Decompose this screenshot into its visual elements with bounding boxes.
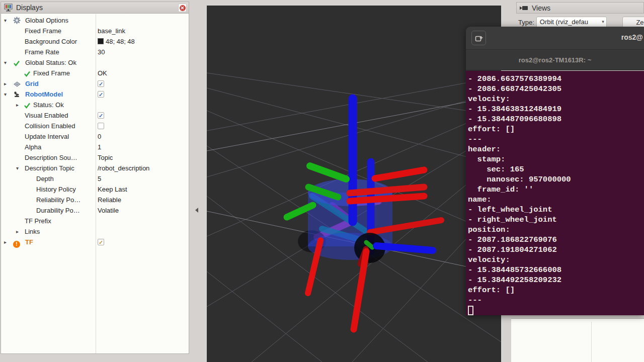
displays-panel: Displays ✕ ▾Global OptionsFixed Framebas… — [1, 2, 189, 354]
tree-row-label: Fixed Frame — [25, 26, 61, 36]
tree-row-label: Depth — [36, 173, 54, 184]
checkbox[interactable]: ✓ — [98, 80, 104, 87]
tree-row-value[interactable]: 0 — [98, 131, 101, 142]
tree-row[interactable]: ▾RobotModel✓ — [1, 89, 189, 100]
tree-row[interactable]: ▾Description Topic/robot_description — [1, 163, 189, 173]
tree-row[interactable]: ▸!TF✓ — [1, 237, 189, 247]
tree-row[interactable]: Durability Po…Volatile — [1, 205, 189, 216]
tree-row-value[interactable]: Keep Last — [98, 184, 127, 195]
tree-row[interactable]: Frame Rate30 — [1, 47, 189, 57]
terminal-line: stamp: — [468, 154, 644, 164]
tree-row-label: History Policy — [36, 184, 76, 195]
terminal-line: - 2086.6687425042305 — [468, 84, 644, 94]
terminal-line: frame_id: '' — [468, 185, 644, 195]
tree-row[interactable]: Collision Enabled — [1, 121, 189, 131]
tree-row-label: Durability Po… — [36, 205, 80, 216]
terminal-titlebar[interactable]: ros2@ — [466, 27, 644, 49]
tree-row-value[interactable]: 1 — [98, 142, 101, 152]
terminal-line: - 2087.191804271062 — [468, 245, 644, 255]
expand-arrow-icon[interactable]: ▸ — [4, 237, 7, 247]
terminal-window[interactable]: ros2@ ros2@ros2-TM1613R: ~ - 2086.663757… — [466, 27, 644, 315]
terminal-tab[interactable]: ros2@ros2-TM1613R: ~ — [466, 49, 644, 70]
view-type-label: Type: — [518, 19, 534, 26]
terminal-line: - 15.384492258209232 — [468, 275, 644, 285]
tree-row[interactable]: Alpha1 — [1, 142, 189, 152]
collapse-arrow-icon[interactable]: ▾ — [16, 163, 19, 173]
collapse-arrow-icon[interactable]: ▾ — [4, 57, 7, 68]
terminal-line: - 15.384487096680898 — [468, 114, 644, 124]
displays-icon — [4, 4, 13, 12]
tree-row[interactable]: History PolicyKeep Last — [1, 184, 189, 195]
tree-row-value[interactable]: OK — [98, 68, 107, 78]
terminal-line: - right_wheel_joint — [468, 215, 644, 225]
tree-row-label: RobotModel — [25, 89, 63, 100]
tree-row[interactable]: Depth5 — [1, 173, 189, 184]
color-swatch — [98, 38, 104, 44]
tree-row[interactable]: Update Interval0 — [1, 131, 189, 142]
tree-row-value[interactable]: 48; 48; 48 — [98, 36, 135, 47]
tree-row[interactable]: Fixed Framebase_link — [1, 26, 189, 36]
tree-row-value[interactable]: Volatile — [98, 205, 119, 216]
tree-row-label: TF Prefix — [25, 216, 51, 226]
terminal-body[interactable]: - 2086.6637576389994- 2086.6687425042305… — [466, 71, 644, 315]
expand-arrow-icon[interactable]: ▸ — [4, 78, 7, 89]
tree-row-label: Links — [25, 226, 40, 237]
terminal-line: velocity: — [468, 255, 644, 265]
splitter-collapse-arrow[interactable] — [195, 208, 198, 213]
tree-row-label: Fixed Frame — [33, 68, 70, 78]
terminal-cursor — [468, 306, 473, 315]
tree-row[interactable]: ▸Status: Ok — [1, 100, 189, 110]
robot-model-icon — [13, 91, 21, 98]
tree-row[interactable]: Reliability Po…Reliable — [1, 195, 189, 205]
checkbox[interactable]: ✓ — [98, 91, 104, 98]
tree-row-value[interactable]: 30 — [98, 47, 105, 57]
expand-arrow-icon[interactable]: ▸ — [16, 226, 19, 237]
tree-row[interactable]: ▾Global Options — [1, 15, 189, 26]
tree-row[interactable]: TF Prefix — [1, 216, 189, 226]
terminal-line: - left_wheel_joint — [468, 205, 644, 215]
tree-row-label: Visual Enabled — [25, 110, 68, 121]
views-panel-title: Views — [532, 4, 550, 12]
collapse-arrow-icon[interactable]: ▾ — [4, 89, 7, 100]
checkbox[interactable] — [98, 123, 104, 129]
robot-model — [287, 99, 441, 329]
new-tab-button[interactable] — [471, 31, 486, 45]
displays-panel-header[interactable]: Displays ✕ — [1, 2, 189, 14]
tree-row-label: Background Color — [25, 36, 77, 47]
views-panel-header[interactable]: Views — [516, 2, 644, 14]
tree-row[interactable]: ▸Links — [1, 226, 189, 237]
tree-row-value[interactable]: base_link — [98, 26, 125, 36]
tree-row-value[interactable]: Reliable — [98, 195, 121, 205]
terminal-line: - 15.384485732666008 — [468, 265, 644, 275]
close-icon: ✕ — [180, 5, 186, 11]
tree-row-value[interactable]: 5 — [98, 173, 101, 184]
tf-warning-icon: ! — [13, 241, 20, 248]
tree-row[interactable]: Fixed FrameOK — [1, 68, 189, 78]
warning-icon-slot: ! — [13, 238, 20, 249]
views-list-panel — [511, 318, 644, 362]
tree-row[interactable]: Visual Enabled✓ — [1, 110, 189, 121]
terminal-tab-label: ros2@ros2-TM1613R: ~ — [519, 56, 592, 64]
collapse-arrow-icon[interactable]: ▾ — [4, 15, 7, 26]
terminal-line: effort: [] — [468, 124, 644, 134]
terminal-line: effort: [] — [468, 285, 644, 295]
terminal-line: nanosec: 957000000 — [468, 174, 644, 185]
tree-row-value[interactable]: Topic — [98, 152, 113, 163]
tree-row[interactable]: ▸Grid✓ — [1, 78, 189, 89]
checkbox[interactable]: ✓ — [98, 239, 104, 245]
terminal-line: sec: 165 — [468, 164, 644, 174]
tree-row[interactable]: Description Sou…Topic — [1, 152, 189, 163]
tree-row-value[interactable]: /robot_description — [98, 163, 149, 173]
tree-row[interactable]: ▾Global Status: Ok — [1, 57, 189, 68]
checkbox[interactable]: ✓ — [98, 112, 104, 119]
expand-arrow-icon[interactable]: ▸ — [16, 100, 19, 110]
close-button[interactable]: ✕ — [178, 4, 187, 12]
camera-icon — [519, 5, 528, 11]
grid-icon — [13, 81, 21, 87]
tree-row-label: Collision Enabled — [25, 121, 75, 131]
viewport-3d[interactable] — [207, 6, 501, 362]
tree-row-label: Reliability Po… — [36, 195, 80, 205]
tree-row[interactable]: Background Color48; 48; 48 — [1, 36, 189, 47]
terminal-line: - 2087.186822769076 — [468, 235, 644, 245]
status-ok-check-icon — [24, 103, 31, 109]
